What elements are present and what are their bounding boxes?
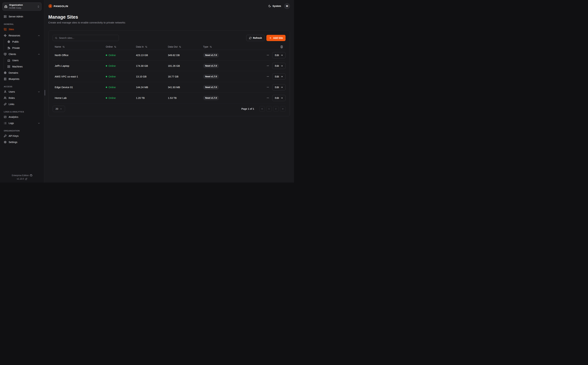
- page-subtitle: Create and manage sites to enable connec…: [48, 21, 290, 24]
- section-heading: ACCESS: [2, 85, 42, 89]
- edit-button[interactable]: Edit: [272, 63, 286, 69]
- column-header-label: Online: [106, 45, 113, 48]
- refresh-icon: [249, 37, 252, 39]
- status-badge: Online: [106, 75, 116, 78]
- column-header-label: Name: [55, 45, 61, 48]
- sidebar-item-label: Links: [9, 103, 14, 105]
- sidebar-nav: Server Admin GENERALSitesResourcesPublic…: [2, 14, 42, 145]
- sidebar: Organization ACME Corp. Server Admin GEN…: [0, 0, 44, 182]
- sidebar-item-roles[interactable]: Roles: [2, 95, 42, 101]
- edition-label: Enterprise Edition: [12, 174, 29, 177]
- sidebar-scrollbar-thumb[interactable]: [44, 90, 45, 96]
- column-header-data-out[interactable]: Data Out: [166, 45, 201, 48]
- sidebar-item-label: API Keys: [9, 134, 19, 137]
- row-actions: Edit: [258, 73, 286, 80]
- sidebar-item-clients-users[interactable]: Users: [6, 57, 42, 63]
- column-header-online[interactable]: Online: [104, 45, 134, 48]
- status-label: Online: [109, 64, 116, 67]
- server-icon: [7, 65, 10, 68]
- column-header-name[interactable]: Name: [53, 45, 104, 48]
- sidebar-item-label: Machines: [12, 65, 23, 68]
- sidebar-item-analytics[interactable]: Analytics: [2, 114, 42, 120]
- sidebar-item-label: Roles: [9, 97, 15, 99]
- edit-button[interactable]: Edit: [272, 73, 286, 80]
- sidebar-item-clients-machines[interactable]: Machines: [6, 63, 42, 70]
- brand-logo[interactable]: PANGOLIN: [48, 4, 68, 8]
- online-dot-icon: [106, 76, 107, 77]
- sidebar-item-logs[interactable]: Logs: [2, 120, 42, 126]
- users-icon: [4, 97, 7, 99]
- edit-button[interactable]: Edit: [272, 52, 286, 58]
- sidebar-item-clients[interactable]: Clients: [2, 51, 42, 57]
- column-visibility-button[interactable]: [280, 45, 283, 49]
- data-out-value: 341.93 MB: [166, 86, 201, 89]
- logs-icon: [4, 122, 7, 125]
- table-header-row: NameOnlineData InData OutType: [53, 44, 286, 50]
- sidebar-item-label: Logs: [9, 122, 14, 125]
- table-row-jeff-s-laptop: Jeff's LaptopOnline174.30 GB181.26 GBNew…: [53, 61, 286, 71]
- sidebar-item-resources[interactable]: Resources: [2, 32, 42, 39]
- row-menu-button[interactable]: [266, 53, 270, 57]
- sidebar-item-api-keys[interactable]: API Keys: [2, 133, 42, 139]
- row-menu-button[interactable]: [266, 96, 270, 100]
- sidebar-item-server-admin[interactable]: Server Admin: [2, 14, 42, 20]
- site-name: AWS VPC us-east-1: [53, 75, 104, 78]
- sidebar-item-resources-public[interactable]: Public: [6, 39, 42, 45]
- sidebar-item-users[interactable]: Users: [2, 89, 42, 95]
- sidebar-item-blueprints[interactable]: Blueprints: [2, 76, 42, 82]
- last-page-button[interactable]: [280, 106, 286, 112]
- type-badge: Newt v1.7.0: [203, 85, 219, 90]
- column-header-label: Data Out: [168, 45, 178, 48]
- theme-toggle[interactable]: System: [268, 5, 281, 7]
- column-header-data-in[interactable]: Data In: [134, 45, 166, 48]
- sidebar-item-label: Blueprints: [9, 78, 19, 80]
- sidebar-item-label: Private: [12, 47, 20, 49]
- page-size-value: 20: [56, 107, 58, 110]
- key-icon: [4, 134, 7, 137]
- column-header-label: Type: [203, 45, 208, 48]
- sidebar-item-settings[interactable]: Settings: [2, 139, 42, 145]
- first-page-button[interactable]: [259, 106, 265, 112]
- sort-icon: [179, 46, 181, 48]
- github-icon[interactable]: [30, 174, 32, 177]
- refresh-button[interactable]: Refresh: [246, 35, 265, 41]
- sidebar-item-domains[interactable]: Domains: [2, 70, 42, 76]
- avatar[interactable]: M: [284, 3, 290, 9]
- pagination-bar: 20 Page 1 of 1: [53, 106, 286, 112]
- chevrons-right-icon: [282, 108, 284, 110]
- row-menu-button[interactable]: [266, 75, 270, 78]
- section-heading: LOGS & ANALYTICS: [2, 110, 42, 114]
- version-row[interactable]: v1.13.0: [0, 178, 44, 180]
- row-menu-button[interactable]: [266, 85, 270, 89]
- chevron-down-icon: [38, 91, 40, 93]
- monitor-up-icon: [4, 53, 7, 56]
- column-header-actions: [258, 45, 286, 49]
- sidebar-item-resources-private[interactable]: Private: [6, 45, 42, 51]
- edit-button[interactable]: Edit: [272, 95, 286, 101]
- refresh-button-label: Refresh: [253, 36, 262, 39]
- status-badge: Online: [106, 64, 116, 67]
- sidebar-item-sites[interactable]: Sites: [2, 26, 42, 32]
- org-switcher[interactable]: Organization ACME Corp.: [2, 2, 42, 11]
- sort-icon: [114, 46, 116, 48]
- type-badge: Newt v1.7.0: [203, 96, 219, 100]
- row-actions: Edit: [258, 84, 286, 90]
- add-site-button[interactable]: Add Site: [266, 35, 286, 41]
- sidebar-item-label: Clients: [9, 53, 16, 56]
- site-name: Home Lab: [53, 96, 104, 99]
- arrow-right-icon: [280, 86, 283, 89]
- online-cell: Online: [104, 54, 134, 56]
- prev-page-button[interactable]: [266, 106, 272, 112]
- search-input[interactable]: [59, 36, 117, 39]
- row-menu-button[interactable]: [266, 64, 270, 68]
- globe-icon: [7, 40, 10, 43]
- online-cell: Online: [104, 75, 134, 78]
- column-header-type[interactable]: Type: [201, 45, 258, 48]
- page-info: Page 1 of 1: [241, 107, 254, 110]
- sidebar-item-label: Server Admin: [9, 15, 23, 18]
- row-actions: Edit: [258, 63, 286, 69]
- next-page-button[interactable]: [273, 106, 279, 112]
- sidebar-item-links[interactable]: Links: [2, 101, 42, 107]
- page-size-select[interactable]: 20: [53, 106, 65, 112]
- edit-button[interactable]: Edit: [272, 84, 286, 90]
